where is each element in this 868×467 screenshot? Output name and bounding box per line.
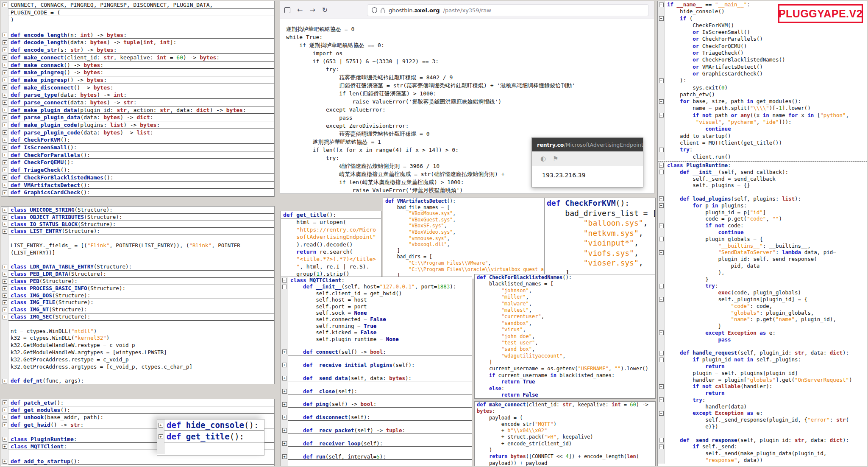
- fold-marker[interactable]: −: [658, 282, 665, 289]
- fold-marker[interactable]: +: [1, 54, 8, 62]
- fold-marker[interactable]: +: [1, 62, 8, 69]
- fold-gutter: [281, 394, 288, 401]
- fold-marker[interactable]: −: [658, 222, 665, 229]
- code-line: else:: [475, 386, 655, 392]
- fold-marker[interactable]: −: [658, 350, 665, 356]
- fold-marker[interactable]: +: [1, 121, 8, 129]
- fold-marker[interactable]: +: [1, 99, 8, 106]
- fold-marker[interactable]: −: [658, 296, 665, 303]
- fold-marker[interactable]: +: [1, 414, 8, 421]
- rentry-popup-window: rentry.co/MicrosoftAdvertisingEndpoint ◐…: [531, 137, 643, 187]
- fold-marker[interactable]: +: [157, 431, 164, 442]
- fold-marker[interactable]: +: [1, 151, 8, 159]
- code-line: "C:\\Program Files\\VMware",: [383, 260, 545, 266]
- fold-marker[interactable]: +: [1, 174, 8, 182]
- fold-marker[interactable]: +: [1, 144, 8, 151]
- fold-marker[interactable]: +: [1, 458, 8, 465]
- fold-marker[interactable]: −: [658, 196, 665, 202]
- fold-marker[interactable]: +: [1, 114, 8, 121]
- fold-gutter: [658, 133, 665, 140]
- fold-marker[interactable]: +: [1, 39, 8, 46]
- fold-marker[interactable]: −: [658, 443, 665, 450]
- fold-marker[interactable]: −: [658, 330, 665, 336]
- fold-marker[interactable]: +: [1, 436, 8, 443]
- contrast-icon[interactable]: ◐: [540, 155, 546, 162]
- fold-marker[interactable]: +: [1, 271, 8, 278]
- tab-icon[interactable]: [284, 7, 290, 13]
- fold-marker[interactable]: +: [281, 427, 288, 433]
- fold-marker[interactable]: −: [658, 383, 665, 390]
- fold-marker[interactable]: −: [281, 277, 288, 283]
- fold-marker[interactable]: +: [1, 299, 8, 306]
- back-button[interactable]: ←: [297, 7, 303, 14]
- code-line: +CONNECT, CONNACK, PINGREQ, PINGRESP, DI…: [1, 1, 274, 9]
- fold-marker[interactable]: −: [658, 98, 665, 105]
- fold-marker[interactable]: −: [658, 437, 665, 444]
- fold-marker[interactable]: −: [658, 202, 665, 209]
- fold-marker[interactable]: +: [281, 362, 288, 368]
- fold-marker[interactable]: +: [1, 443, 8, 450]
- fold-marker[interactable]: −: [658, 15, 665, 22]
- fold-marker[interactable]: +: [1, 221, 8, 228]
- fold-marker[interactable]: +: [1, 292, 8, 299]
- fold-marker[interactable]: +: [1, 278, 8, 285]
- url-bar[interactable]: ghostbin.axel.org/paste/xy359/raw: [367, 4, 649, 16]
- fold-marker[interactable]: +: [1, 189, 8, 196]
- fold-marker[interactable]: −: [658, 397, 665, 403]
- fold-marker[interactable]: +: [281, 375, 288, 381]
- fold-marker[interactable]: +: [1, 84, 8, 92]
- code-line: [281, 342, 472, 349]
- fold-marker[interactable]: +: [1, 313, 8, 321]
- flag-icon[interactable]: ⚑: [553, 155, 558, 162]
- fold-marker[interactable]: −: [658, 236, 665, 243]
- fold-marker[interactable]: +: [1, 91, 8, 99]
- fold-marker[interactable]: +: [1, 406, 8, 414]
- fold-marker[interactable]: +: [1, 378, 8, 384]
- fold-gutter: [658, 343, 665, 350]
- fold-marker[interactable]: +: [157, 419, 164, 431]
- rentry-domain: rentry.co: [537, 142, 564, 148]
- shield-icon[interactable]: [372, 7, 377, 13]
- fold-marker[interactable]: +: [1, 76, 8, 84]
- fold-marker[interactable]: −: [658, 146, 665, 153]
- fold-marker[interactable]: −: [658, 162, 665, 169]
- fold-marker[interactable]: +: [1, 421, 8, 428]
- fold-marker[interactable]: +: [1, 228, 8, 235]
- fold-marker[interactable]: +: [1, 136, 8, 144]
- fold-marker[interactable]: −: [658, 356, 665, 363]
- fold-marker[interactable]: +: [1, 106, 8, 114]
- code-line: "vboxogl.dll",: [383, 241, 545, 248]
- fold-marker[interactable]: +: [1, 285, 8, 292]
- forward-button[interactable]: →: [309, 7, 315, 14]
- fold-marker[interactable]: +: [281, 440, 288, 447]
- fold-marker[interactable]: +: [1, 214, 8, 221]
- fold-marker[interactable]: +: [281, 401, 288, 407]
- fold-marker[interactable]: +: [1, 159, 8, 166]
- fold-marker[interactable]: +: [1, 182, 8, 189]
- code-line: − ):: [658, 77, 867, 84]
- fold-marker[interactable]: +: [281, 453, 288, 460]
- fold-marker[interactable]: −: [658, 1, 665, 8]
- code-line: +def CheckForBlacklistedNames():: [1, 174, 274, 182]
- fold-marker[interactable]: +: [1, 31, 8, 39]
- fold-marker[interactable]: +: [1, 1, 8, 9]
- fold-marker[interactable]: +: [281, 388, 288, 394]
- fold-marker[interactable]: −: [658, 77, 665, 84]
- fold-marker[interactable]: +: [1, 69, 8, 76]
- fold-marker[interactable]: +: [1, 166, 8, 174]
- fold-marker[interactable]: +: [1, 306, 8, 313]
- fold-marker[interactable]: −: [658, 112, 665, 119]
- fold-marker[interactable]: −: [281, 283, 288, 290]
- fold-marker[interactable]: +: [281, 414, 288, 420]
- fold-marker[interactable]: +: [1, 263, 8, 271]
- fold-marker[interactable]: −: [658, 169, 665, 176]
- reload-button[interactable]: ↻: [322, 7, 328, 14]
- fold-gutter: [658, 256, 665, 263]
- fold-marker[interactable]: +: [1, 46, 8, 54]
- fold-marker[interactable]: +: [1, 399, 8, 406]
- fold-marker[interactable]: +: [281, 349, 288, 355]
- fold-marker[interactable]: −: [658, 249, 665, 256]
- fold-marker[interactable]: +: [1, 207, 8, 214]
- fold-marker[interactable]: −: [658, 410, 665, 417]
- fold-marker[interactable]: +: [1, 129, 8, 137]
